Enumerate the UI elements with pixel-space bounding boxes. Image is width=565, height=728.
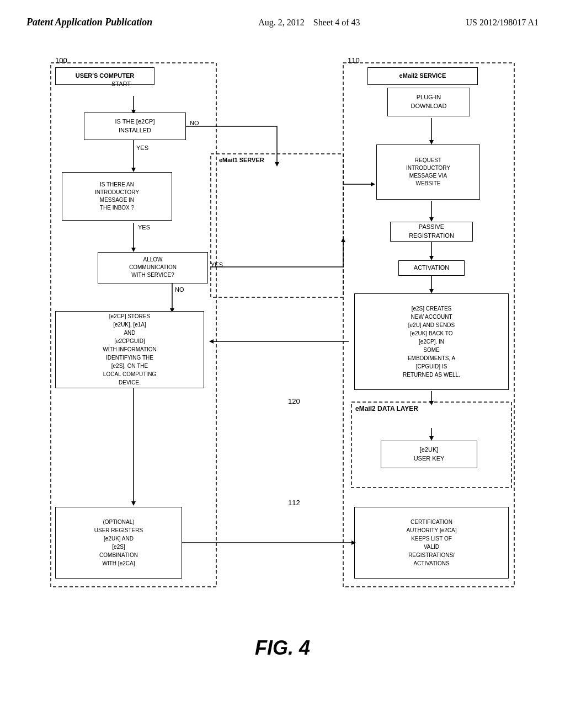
allow-comm-label: ALLOW COMMUNICATION WITH SERVICE?: [129, 256, 177, 279]
header-right: US 2012/198017 A1: [466, 15, 539, 30]
start-label: START: [111, 81, 131, 87]
optional-user-box: (OPTIONAL) USER REGISTERS [e2UK] AND [e2…: [55, 507, 182, 579]
sheet-info: Sheet 4 of 43: [313, 18, 360, 27]
passive-reg-box: PASSIVE REGISTRATION: [390, 222, 473, 242]
e2cp-stores-label: [e2CP] STORES [e2UK], [e1A] AND [e2CPGUI…: [103, 312, 157, 387]
svg-marker-12: [131, 248, 136, 252]
page: Patent Application Publication Aug. 2, 2…: [0, 0, 565, 728]
is-e2cp-label: IS THE [e2CP] INSTALLED: [115, 117, 155, 135]
svg-marker-10: [275, 162, 279, 167]
is-intro-label: IS THERE AN INTRODUCTORY MESSAGE IN THE …: [95, 181, 139, 212]
e2uk-box: [e2UK] USER KEY: [381, 441, 477, 468]
patent-number: US 2012/198017 A1: [466, 18, 539, 27]
passive-reg-label: PASSIVE REGISTRATION: [409, 223, 454, 240]
svg-marker-27: [429, 289, 434, 293]
email1-server-label: eMail1 SERVER: [219, 157, 264, 163]
optional-user-label: (OPTIONAL) USER REGISTERS [e2UK] AND [e2…: [94, 518, 143, 568]
no-label-1: NO: [190, 120, 199, 126]
svg-marker-35: [429, 436, 434, 441]
figure-label: FIG. 4: [0, 636, 565, 660]
diagram-area: 100 110 120 112 USER'S COMPUTER START IS…: [45, 46, 520, 631]
pub-date: Aug. 2, 2012: [258, 18, 305, 27]
e2uk-label: [e2UK] USER KEY: [414, 446, 445, 463]
no-label-2: NO: [175, 286, 184, 293]
request-intro-box: REQUEST INTRODUCTORY MESSAGE VIA WEBSITE: [376, 144, 480, 200]
is-intro-box: IS THERE AN INTRODUCTORY MESSAGE IN THE …: [62, 172, 172, 221]
request-intro-label: REQUEST INTRODUCTORY MESSAGE VIA WEBSITE: [406, 157, 450, 188]
cert-authority-box: CERTIFICATION AUTHORITY [e2CA] KEEPS LIS…: [354, 507, 509, 579]
e2s-creates-label: [e2S] CREATES NEW ACCOUNT [e2U] AND SEND…: [403, 304, 460, 379]
yes-label-1: YES: [136, 144, 148, 151]
email2-data-label: eMail2 DATA LAYER: [355, 405, 418, 413]
email2-service-label: eMail2 SERVICE: [399, 72, 446, 80]
svg-marker-19: [371, 182, 375, 186]
cert-authority-label: CERTIFICATION AUTHORITY [e2CA] KEEPS LIS…: [407, 518, 457, 568]
e2cp-stores-box: [e2CP] STORES [e2UK], [e1A] AND [e2CPGUI…: [55, 311, 204, 388]
ref-112: 112: [288, 499, 300, 507]
svg-marker-31: [429, 401, 434, 405]
svg-marker-25: [429, 256, 434, 260]
header: Patent Application Publication Aug. 2, 2…: [0, 0, 565, 30]
ref-110: 110: [348, 56, 360, 65]
svg-marker-33: [131, 501, 136, 506]
svg-rect-2: [211, 154, 343, 297]
is-e2cp-box: IS THE [e2CP] INSTALLED: [84, 113, 186, 140]
users-computer-label: USER'S COMPUTER: [76, 72, 135, 80]
email2-service-box: eMail2 SERVICE: [367, 67, 478, 85]
plugin-label: PLUG-IN DOWNLOAD: [411, 93, 447, 110]
e2s-creates-box: [e2S] CREATES NEW ACCOUNT [e2U] AND SEND…: [354, 293, 509, 390]
activation-box: ACTIVATION: [398, 260, 465, 276]
ref-100: 100: [55, 56, 67, 65]
svg-marker-29: [209, 339, 214, 344]
activation-label: ACTIVATION: [414, 264, 449, 272]
users-computer-box: USER'S COMPUTER: [55, 67, 154, 85]
allow-comm-box: ALLOW COMMUNICATION WITH SERVICE?: [98, 252, 208, 283]
yes-label-2: YES: [138, 224, 150, 231]
fig-text: FIG. 4: [255, 636, 310, 659]
ref-120: 120: [288, 397, 300, 405]
plugin-box: PLUG-IN DOWNLOAD: [387, 88, 470, 116]
header-center: Aug. 2, 2012 Sheet 4 of 43: [258, 15, 360, 30]
yes-label-3: YES: [211, 261, 223, 268]
svg-marker-21: [429, 140, 434, 144]
svg-marker-7: [131, 168, 136, 172]
publication-title: Patent Application Publication: [26, 17, 152, 28]
svg-marker-15: [341, 238, 345, 242]
svg-marker-23: [429, 217, 434, 222]
header-left: Patent Application Publication: [26, 15, 152, 29]
